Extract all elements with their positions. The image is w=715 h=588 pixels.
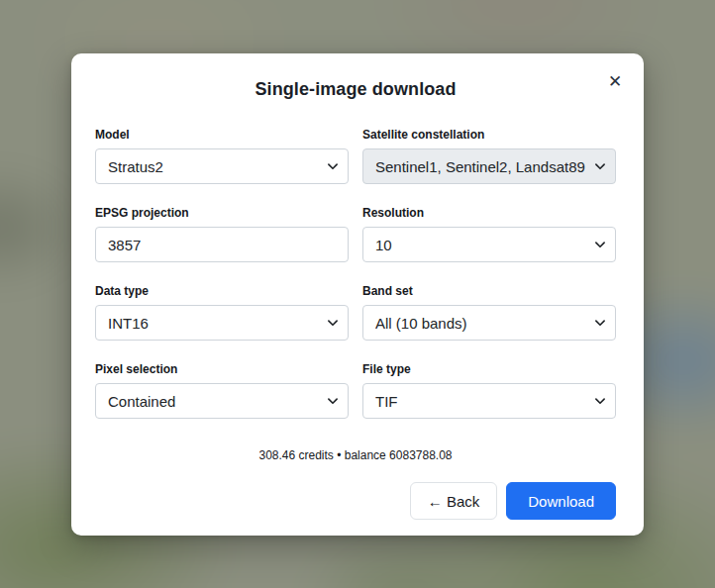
chevron-down-icon: [594, 239, 606, 250]
band-set-select-value: All (10 bands): [375, 315, 467, 332]
credits-balance-text: 308.46 credits • balance 6083788.08: [95, 448, 616, 462]
satellite-constellation-label: Satellite constellation: [362, 128, 616, 142]
field-pixel-selection: Pixel selection Contained: [95, 362, 349, 419]
close-icon[interactable]: ✕: [606, 73, 624, 91]
single-image-download-dialog: ✕ Single-image download Model Stratus2 S…: [71, 53, 644, 536]
chevron-down-icon: [594, 317, 606, 329]
file-type-label: File type: [362, 362, 616, 376]
resolution-select-value: 10: [375, 237, 392, 253]
field-file-type: File type TIF: [362, 362, 616, 419]
resolution-select[interactable]: 10: [362, 227, 616, 262]
epsg-projection-label: EPSG projection: [95, 206, 349, 220]
field-resolution: Resolution 10: [362, 206, 616, 262]
back-button[interactable]: ← Back: [410, 482, 498, 520]
model-label: Model: [95, 128, 349, 142]
file-type-select[interactable]: TIF: [362, 383, 616, 419]
resolution-label: Resolution: [362, 206, 616, 220]
field-band-set: Band set All (10 bands): [362, 284, 616, 341]
satellite-constellation-select-value: Sentinel1, Sentinel2, Landsat89: [375, 158, 585, 175]
download-button[interactable]: Download: [506, 482, 616, 520]
data-type-select[interactable]: INT16: [95, 305, 349, 341]
dialog-actions: ← Back Download: [95, 482, 616, 520]
field-epsg-projection: EPSG projection: [95, 206, 349, 262]
epsg-projection-input[interactable]: [95, 227, 349, 262]
band-set-label: Band set: [362, 284, 616, 298]
chevron-down-icon: [327, 160, 339, 172]
dialog-title: Single-image download: [95, 79, 616, 100]
chevron-down-icon: [594, 395, 606, 407]
field-satellite-constellation: Satellite constellation Sentinel1, Senti…: [362, 128, 616, 184]
data-type-select-value: INT16: [108, 315, 149, 332]
download-form: Model Stratus2 Satellite constellation S…: [95, 128, 616, 419]
field-data-type: Data type INT16: [95, 284, 349, 341]
data-type-label: Data type: [95, 284, 349, 298]
field-model: Model Stratus2: [95, 128, 349, 184]
pixel-selection-select[interactable]: Contained: [95, 383, 349, 419]
chevron-down-icon: [327, 395, 339, 407]
chevron-down-icon: [327, 317, 339, 329]
chevron-down-icon: [594, 160, 606, 172]
model-select[interactable]: Stratus2: [95, 148, 349, 184]
band-set-select[interactable]: All (10 bands): [362, 305, 616, 341]
pixel-selection-label: Pixel selection: [95, 362, 349, 376]
satellite-constellation-select: Sentinel1, Sentinel2, Landsat89: [362, 148, 616, 184]
model-select-value: Stratus2: [108, 158, 163, 175]
file-type-select-value: TIF: [375, 393, 398, 410]
pixel-selection-select-value: Contained: [108, 393, 175, 410]
